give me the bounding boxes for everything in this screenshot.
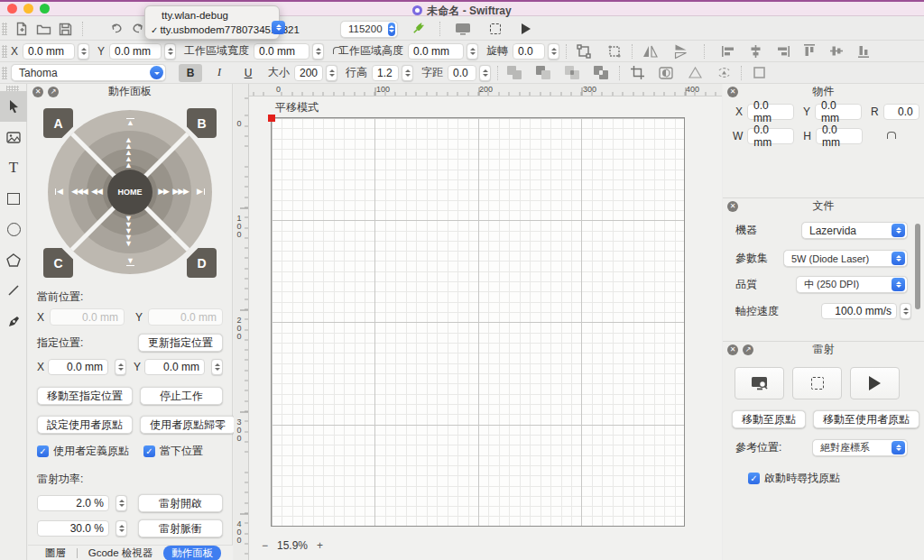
jog-right-3-icon[interactable]: ▶▶▶ xyxy=(172,188,189,195)
work-width-input[interactable]: 0.0 mm xyxy=(254,43,310,60)
zero-user-origin-button[interactable]: 使用者原點歸零 xyxy=(140,416,236,434)
font-family-select[interactable]: Tahoma xyxy=(11,64,166,81)
zoom-in-button[interactable]: + xyxy=(317,539,323,552)
x-position-input[interactable]: 0.0 mm xyxy=(23,43,75,60)
align-left-button[interactable] xyxy=(717,42,739,60)
move-to-user-origin-button[interactable]: 移動至使用者原點 xyxy=(813,410,919,428)
corner-b-button[interactable]: B xyxy=(187,108,217,138)
undock-panel-icon[interactable]: ↗ xyxy=(48,87,59,97)
line-height-stepper[interactable] xyxy=(402,65,413,81)
tab-gcode-viewer[interactable]: Gcode 檢視器 xyxy=(83,546,159,560)
align-right-button[interactable] xyxy=(772,42,793,60)
rotate-input[interactable]: 0.0 xyxy=(513,43,545,60)
target-x-input[interactable]: 0.0 mm xyxy=(48,359,108,375)
object-x-input[interactable]: 0.0 mm xyxy=(747,104,794,120)
image-tool-button[interactable] xyxy=(0,122,27,152)
start-job-button[interactable] xyxy=(850,367,900,399)
frame-job-button[interactable] xyxy=(485,20,506,38)
boolean-intersect-button[interactable] xyxy=(562,64,584,82)
new-file-button[interactable] xyxy=(11,20,32,38)
sharpen-button[interactable] xyxy=(684,64,706,82)
align-bottom-button[interactable] xyxy=(853,42,874,60)
preview-button[interactable] xyxy=(452,20,474,38)
jog-dial-rings[interactable]: ▲ ▲▲▲ ▲▲ ▲ ▼ ▼▼ ▼▼▼ ▼ ◀ ◀◀◀ ◀◀ ◀ ▶ ▶▶ ▶▶… xyxy=(48,110,212,274)
flip-vertical-button[interactable] xyxy=(670,42,691,60)
work-height-stepper[interactable] xyxy=(467,43,478,60)
undo-button[interactable] xyxy=(106,20,127,38)
open-file-button[interactable] xyxy=(32,20,54,38)
close-panel-icon[interactable]: ✕ xyxy=(32,87,43,97)
move-to-target-button[interactable]: 移動至指定位置 xyxy=(37,387,133,405)
undock-panel-icon[interactable]: ↗ xyxy=(743,344,753,355)
pen-tool-button[interactable] xyxy=(0,306,27,336)
boolean-subtract-button[interactable] xyxy=(533,64,555,82)
port-select-chevron-icon[interactable] xyxy=(272,21,285,34)
save-button[interactable] xyxy=(54,20,76,38)
mask-button[interactable] xyxy=(748,64,770,82)
object-height-input[interactable]: 0.0 mm xyxy=(816,128,863,144)
jog-up-2-icon[interactable]: ▲▲ xyxy=(125,156,133,169)
target-y-stepper[interactable] xyxy=(211,359,223,375)
line-height-input[interactable]: 1.2 xyxy=(372,65,399,81)
object-width-input[interactable]: 0.0 mm xyxy=(747,128,794,144)
corner-d-button[interactable]: D xyxy=(187,248,217,278)
select-tool-button[interactable] xyxy=(0,91,27,122)
tab-action-panel[interactable]: 動作面板 xyxy=(163,546,221,560)
laser-pulse-power-input[interactable]: 30.0 % xyxy=(37,520,109,537)
preset-select[interactable]: 5W (Diode Laser) xyxy=(783,250,908,267)
frame-job-button[interactable] xyxy=(792,367,842,399)
target-x-stepper[interactable] xyxy=(115,359,126,375)
jog-speed-input[interactable]: 100.0 mm/s xyxy=(821,303,897,319)
home-button[interactable]: HOME xyxy=(107,170,152,215)
ellipse-tool-button[interactable] xyxy=(0,214,27,244)
laser-pulse-button[interactable]: 雷射脈衝 xyxy=(138,519,223,537)
boolean-union-button[interactable] xyxy=(504,64,526,82)
bold-button[interactable]: B xyxy=(179,64,202,82)
toolbar-drag-handle[interactable] xyxy=(2,23,7,35)
corner-c-button[interactable]: C xyxy=(43,248,73,278)
connect-button[interactable] xyxy=(407,20,429,38)
baud-rate-select[interactable]: 115200 xyxy=(340,21,398,38)
jog-left-max-icon[interactable]: ◀ xyxy=(55,188,63,195)
rectangle-tool-button[interactable] xyxy=(0,183,27,214)
rotate-stepper[interactable] xyxy=(548,43,559,60)
italic-button[interactable]: I xyxy=(208,64,231,82)
work-height-input[interactable]: 0.0 mm xyxy=(408,43,464,60)
flip-horizontal-button[interactable] xyxy=(639,42,661,60)
boolean-difference-button[interactable] xyxy=(591,64,613,82)
jog-speed-stepper[interactable] xyxy=(900,303,911,319)
machine-select[interactable]: Lazervida xyxy=(801,222,908,239)
letter-spacing-input[interactable]: 0.0 xyxy=(448,65,476,81)
trace-button[interactable] xyxy=(713,64,735,82)
target-y-input[interactable]: 0.0 mm xyxy=(144,359,205,375)
close-panel-icon[interactable]: ✕ xyxy=(727,87,738,97)
ungroup-button[interactable] xyxy=(604,42,625,60)
stop-job-button[interactable]: 停止工作 xyxy=(140,387,223,405)
work-area[interactable] xyxy=(271,117,685,527)
close-panel-icon[interactable]: ✕ xyxy=(727,201,738,212)
checkbox-current-pos[interactable]: ✓ xyxy=(143,445,155,457)
laser-on-power-input[interactable]: 2.0 % xyxy=(37,495,109,511)
close-panel-icon[interactable]: ✕ xyxy=(727,344,738,355)
jog-left-2-icon[interactable]: ◀◀ xyxy=(91,188,102,195)
font-size-stepper[interactable] xyxy=(326,65,337,81)
underline-button[interactable]: U xyxy=(236,64,260,82)
crop-button[interactable] xyxy=(626,64,648,82)
start-job-button[interactable] xyxy=(515,20,537,38)
font-size-input[interactable]: 200 xyxy=(294,65,323,81)
jog-down-max-icon[interactable]: ▼ xyxy=(126,258,134,266)
reference-select[interactable]: 絕對座標系 xyxy=(812,439,908,456)
text-tool-button[interactable]: T xyxy=(0,152,27,183)
jog-right-2-icon[interactable]: ▶▶ xyxy=(158,188,169,195)
align-center-horizontal-button[interactable] xyxy=(744,42,766,60)
x-position-stepper[interactable] xyxy=(78,43,89,60)
y-position-stepper[interactable] xyxy=(164,43,176,60)
y-position-input[interactable]: 0.0 mm xyxy=(109,43,162,60)
laser-pulse-power-stepper[interactable] xyxy=(116,520,127,537)
quality-select[interactable]: 中 (250 DPI) xyxy=(796,276,908,293)
jog-down-3-icon[interactable]: ▼▼▼ xyxy=(125,228,133,247)
laser-on-power-stepper[interactable] xyxy=(116,495,127,511)
object-y-input[interactable]: 0.0 mm xyxy=(815,104,862,120)
align-top-button[interactable] xyxy=(799,42,820,60)
preview-job-button[interactable] xyxy=(735,367,784,399)
